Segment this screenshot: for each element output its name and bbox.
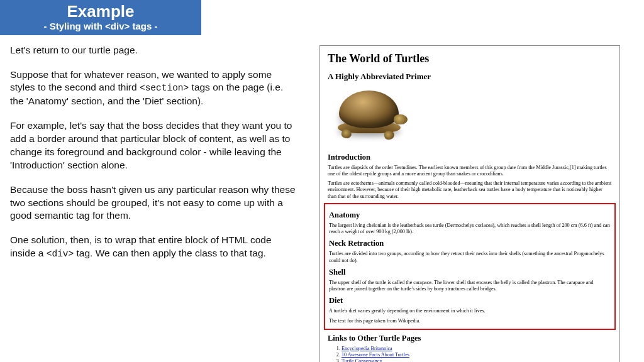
intro-para-2: Turtles are ectotherms—animals commonly …: [328, 180, 612, 200]
page-title: The World of Turtles: [328, 52, 612, 65]
list-item: Encyclopedia Britannica: [341, 346, 612, 352]
para-intro: Let's return to our turtle page.: [10, 44, 296, 57]
page-subtitle: A Highly Abbreviated Primer: [328, 72, 612, 82]
links-list: Encyclopedia Britannica 10 Awesome Facts…: [328, 346, 612, 362]
heading-introduction: Introduction: [328, 153, 612, 162]
link-facts[interactable]: 10 Awesome Facts About Turtles: [341, 352, 409, 358]
diet-para-1: A turtle's diet varies greatly depending…: [329, 308, 611, 314]
para-boss: For example, let's say that the boss dec…: [10, 119, 296, 172]
diet-para-2: The text for this page taken from Wikipe…: [329, 318, 611, 324]
para-semantic: Because the boss hasn't given us any par…: [10, 184, 296, 223]
heading-shell: Shell: [329, 268, 611, 277]
slide-body: Let's return to our turtle page. Suppose…: [0, 35, 644, 362]
link-conservancy[interactable]: Turtle Conservancy: [341, 358, 382, 362]
link-britannica[interactable]: Encyclopedia Britannica: [341, 346, 392, 351]
heading-anatomy: Anatomy: [329, 211, 611, 220]
heading-links: Links to Other Turtle Pages: [328, 334, 612, 343]
intro-para-1: Turtles are diapsids of the order Testud…: [328, 165, 612, 178]
rendered-page-preview: The World of Turtles A Highly Abbreviate…: [319, 45, 620, 362]
highlighted-div-block: Anatomy The largest living chelonian is …: [324, 203, 616, 330]
heading-diet: Diet: [329, 296, 611, 305]
anatomy-para: The largest living chelonian is the leat…: [329, 222, 611, 236]
neck-para: Turtles are divided into two groups, acc…: [329, 251, 611, 264]
code-section-tag: <section>: [140, 83, 189, 93]
turtle-image: [328, 88, 413, 148]
shell-para: The upper shell of the turtle is called …: [329, 280, 611, 293]
slide-title: Example: [0, 3, 201, 21]
list-item: Turtle Conservancy: [341, 358, 612, 362]
para-solution: One solution, then, is to wrap that enti…: [10, 234, 296, 260]
para-scenario: Suppose that for whatever reason, we wan…: [10, 69, 296, 108]
list-item: 10 Awesome Facts About Turtles: [341, 352, 612, 358]
heading-neck-retraction: Neck Retraction: [329, 239, 611, 248]
code-div-tag: <div>: [47, 249, 74, 259]
slide-subtitle: - Styling with <div> tags -: [0, 21, 201, 31]
slide-header: Example - Styling with <div> tags -: [0, 0, 201, 35]
explanation-text: Let's return to our turtle page. Suppose…: [0, 35, 302, 272]
